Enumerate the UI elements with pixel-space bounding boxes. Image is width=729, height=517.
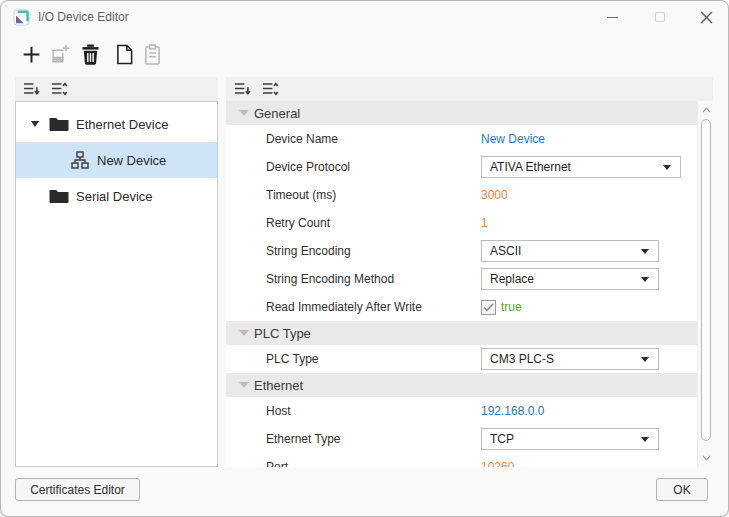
property-row-plc-type: PLC Type CM3 PLC-S [226,345,697,373]
vertical-scrollbar[interactable] [697,101,713,467]
copy-device-button[interactable] [111,41,137,67]
chevron-down-icon [641,249,649,254]
section-header-general[interactable]: General [226,101,697,125]
minimize-icon [607,17,618,18]
device-protocol-dropdown[interactable]: ATIVA Ethernet [481,156,681,178]
window-title: I/O Device Editor [38,1,129,33]
folder-icon [49,189,69,204]
property-row-read-after-write: Read Immediately After Write true [226,293,697,321]
maximize-button [643,1,677,33]
property-row-retry-count: Retry Count 1 [226,209,697,237]
property-row-string-encoding: String Encoding ASCII [226,237,697,265]
dropdown-value: TCP [490,432,514,446]
retry-count-value[interactable]: 1 [481,216,488,230]
section-title: Ethernet [254,378,303,393]
section-collapse-icon [239,330,249,336]
tree-item-label: Ethernet Device [76,117,169,132]
property-label: Timeout (ms) [266,181,336,209]
property-grid: General Device Name New Device Device Pr… [226,101,697,467]
expand-all-icon [51,82,68,96]
property-row-device-protocol: Device Protocol ATIVA Ethernet [226,153,697,181]
device-tree: Ethernet Device New Device Serial Device [15,101,218,467]
app-logo-icon [13,9,30,26]
section-collapse-icon [239,382,249,388]
tree-item-label: New Device [97,153,166,168]
expand-all-icon [262,82,279,96]
device-tree-panel: Ethernet Device New Device Serial Device [15,77,218,467]
tree-item-serial-device[interactable]: Serial Device [16,178,217,214]
host-value[interactable]: 192.168.0.0 [481,404,544,418]
add-group-button [47,41,73,67]
read-after-write-checkbox[interactable] [481,300,496,315]
property-row-device-name: Device Name New Device [226,125,697,153]
tree-panel-header [15,77,218,101]
expander-down-icon[interactable] [31,121,39,127]
plus-icon [21,44,42,65]
expand-all-button[interactable] [51,82,69,97]
scroll-down-button[interactable] [698,450,714,466]
tree-item-ethernet-device[interactable]: Ethernet Device [16,106,217,142]
timeout-value[interactable]: 3000 [481,188,508,202]
chevron-up-icon [702,107,711,113]
network-icon [71,151,89,169]
plc-type-dropdown[interactable]: CM3 PLC-S [481,348,659,370]
chevron-down-icon [641,357,649,362]
ok-button[interactable]: OK [656,478,708,501]
collapse-all-button[interactable] [23,82,41,97]
copy-icon [115,44,134,65]
scroll-up-button[interactable] [698,102,714,118]
trash-icon [81,44,100,65]
read-after-write-value: true [501,300,522,314]
section-header-ethernet[interactable]: Ethernet [226,373,697,397]
titlebar: I/O Device Editor [1,1,728,33]
check-icon [483,303,494,312]
tree-item-label: Serial Device [76,189,153,204]
chevron-down-icon [702,455,711,461]
add-device-button[interactable] [18,41,44,67]
chevron-down-icon [663,165,671,170]
tree-item-new-device[interactable]: New Device [16,142,217,178]
section-header-plc-type[interactable]: PLC Type [226,321,697,345]
delete-device-button[interactable] [77,41,103,67]
maximize-icon [655,12,665,22]
property-label: Read Immediately After Write [266,293,422,321]
property-label: Port [266,453,288,467]
section-collapse-icon [239,110,249,116]
collapse-all-icon [23,82,40,96]
property-label: Retry Count [266,209,330,237]
paste-device-button [139,41,165,67]
certificates-editor-button[interactable]: Certificates Editor [15,478,140,501]
section-title: General [254,106,300,121]
expand-all-button[interactable] [262,82,280,97]
toolbar [1,39,728,71]
scrollbar-thumb[interactable] [701,119,711,441]
collapse-all-button[interactable] [234,82,252,97]
property-row-port: Port 10260 [226,453,697,467]
property-label: Device Name [266,125,338,153]
clipboard-icon [144,44,161,65]
port-value[interactable]: 10260 [481,460,514,467]
property-row-timeout: Timeout (ms) 3000 [226,181,697,209]
close-button[interactable] [689,1,723,33]
building-plus-icon [49,43,71,65]
minimize-button[interactable] [595,1,629,33]
folder-icon [49,117,69,132]
property-label: PLC Type [266,345,318,373]
property-row-host: Host 192.168.0.0 [226,397,697,425]
string-encoding-dropdown[interactable]: ASCII [481,240,659,262]
collapse-all-icon [234,82,251,96]
dropdown-value: Replace [490,272,534,286]
string-encoding-method-dropdown[interactable]: Replace [481,268,659,290]
property-label: String Encoding Method [266,265,394,293]
ethernet-type-dropdown[interactable]: TCP [481,428,659,450]
chevron-down-icon [641,277,649,282]
chevron-down-icon [641,437,649,442]
dropdown-value: CM3 PLC-S [490,352,554,366]
property-label: Ethernet Type [266,425,341,453]
close-icon [700,11,713,24]
io-device-editor-window: I/O Device Editor [0,0,729,517]
property-label: String Encoding [266,237,351,265]
section-title: PLC Type [254,326,311,341]
device-name-value[interactable]: New Device [481,132,545,146]
property-label: Host [266,397,291,425]
